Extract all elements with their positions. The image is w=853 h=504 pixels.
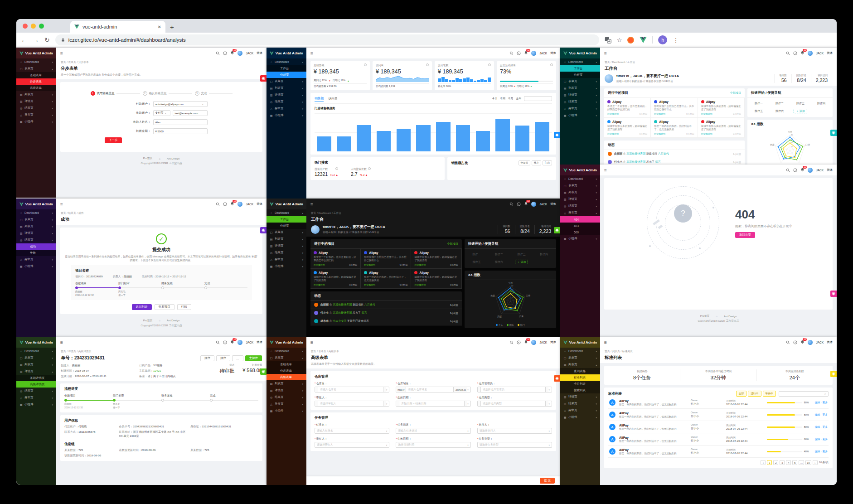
sidebar-item[interactable]: ○Dashboard▴: [267, 209, 306, 216]
project-card[interactable]: Alipay 那时候我只会想自己想要什么，从不想自己拥有什么 科学搬砖组9小时前: [651, 98, 698, 118]
sidebar-item[interactable]: △异常页▾: [267, 401, 306, 407]
list-row[interactable]: A AliPay那是一种内在的东西，他们到达不了，也无法触及的 Owner付小小…: [608, 421, 829, 433]
sidebar-item[interactable]: ◎结果页▾: [560, 203, 600, 209]
language-switch[interactable]: 简体: [550, 340, 556, 344]
back-home-button[interactable]: 返回首页: [735, 232, 755, 238]
payee-type-select[interactable]: 支付宝▾: [153, 110, 170, 116]
menu-fold-icon[interactable]: ≡: [310, 202, 313, 207]
footer-link[interactable]: Pro首页: [143, 319, 153, 323]
sidebar-item[interactable]: 卡片列表: [560, 381, 600, 387]
target-link[interactable]: 八月迭代: [364, 303, 375, 306]
sidebar-item[interactable]: ◎结果页▾: [267, 98, 306, 105]
project-group-link[interactable]: 科学搬砖组: [414, 263, 426, 266]
help-icon[interactable]: [793, 51, 797, 55]
help-icon[interactable]: [223, 51, 227, 55]
theme-settings-button[interactable]: [260, 368, 267, 375]
menu-fold-icon[interactable]: ≡: [310, 340, 313, 345]
menu-fold-icon[interactable]: ≡: [60, 340, 63, 345]
quick-op-link[interactable]: 操作一: [465, 251, 488, 258]
sidebar-item[interactable]: ▦小组件▾: [560, 112, 600, 119]
list-filter-button[interactable]: 等待中: [763, 391, 776, 397]
app-logo[interactable]: Vue Antd Admin: [16, 199, 56, 209]
sidebar-item[interactable]: ▤列表页▾: [16, 91, 56, 98]
sidebar-item[interactable]: ▦小组件▾: [267, 407, 306, 414]
sidebar-item[interactable]: ◎结果页▾: [16, 388, 56, 394]
row-actions[interactable]: 编辑 · 更多: [815, 450, 828, 454]
language-switch[interactable]: 简体: [550, 51, 556, 55]
sidebar-item[interactable]: ▢表单页▾: [16, 216, 56, 223]
prev-page-button[interactable]: ‹: [761, 460, 766, 465]
sidebar-item[interactable]: ▦小组件▾: [560, 414, 600, 421]
project-card[interactable]: Alipay 城镇中有那么多的酒馆，她却偏偏走进了我的酒馆 科学搬砖组9小时前: [698, 98, 745, 118]
theme-settings-button[interactable]: [830, 291, 837, 297]
row-actions[interactable]: 编辑 · 更多: [815, 413, 828, 417]
theme-settings-button[interactable]: [554, 375, 560, 382]
project-group-link[interactable]: 科学搬砖组: [701, 132, 712, 135]
next-step-button[interactable]: 下一步: [105, 137, 122, 143]
back-icon[interactable]: ←: [21, 36, 27, 44]
sidebar-item[interactable]: ◎结果页▾: [267, 394, 306, 401]
action-button[interactable]: 操作: [216, 355, 230, 361]
form-input[interactable]: http://请输入仓库域名.github.io▾: [396, 387, 470, 393]
date-range-picker[interactable]: [524, 96, 552, 101]
group-link[interactable]: 高逼格设计天团: [626, 160, 645, 163]
search-icon[interactable]: [509, 340, 514, 344]
app-logo[interactable]: Vue Antd Admin: [267, 48, 306, 58]
menu-fold-icon[interactable]: ≡: [60, 51, 63, 56]
view-project-button[interactable]: 查看项目: [155, 304, 174, 310]
project-card[interactable]: Alipay 城镇中有那么多的酒馆，她却偏偏走进了我的酒馆 科学搬砖组9小时前: [411, 249, 461, 269]
help-icon[interactable]: [223, 202, 227, 206]
quick-op-link[interactable]: 操作五: [748, 107, 769, 115]
form-input[interactable]: 请输入仓库名▾: [315, 387, 389, 393]
language-switch[interactable]: 简体: [827, 340, 833, 344]
form-input[interactable]: 请选择任务类型▾: [477, 442, 552, 448]
amount-input[interactable]: ¥ 5000: [153, 128, 208, 134]
reload-icon[interactable]: ↻: [44, 36, 50, 44]
quick-op-link[interactable]: 操作六: [488, 258, 510, 266]
legend-item[interactable]: 团队: [507, 324, 514, 326]
sidebar-item[interactable]: ▦小组件▾: [267, 112, 306, 119]
search-icon[interactable]: [216, 51, 220, 55]
footer-link[interactable]: Ant Design: [167, 157, 179, 160]
app-logo[interactable]: Vue Antd Admin: [16, 337, 56, 348]
help-icon[interactable]: [517, 202, 521, 206]
list-row[interactable]: A AliPay那是一种内在的东西，他们到达不了，也无法触及的 Owner付小小…: [608, 397, 829, 409]
sidebar-item[interactable]: △异常页▴: [560, 209, 600, 216]
action-button[interactable]: 操作: [200, 355, 214, 361]
user-avatar[interactable]: [237, 51, 242, 56]
all-projects-link[interactable]: 全部项目: [730, 91, 741, 95]
payer-account-select[interactable]: ant-design@alipay.com▾: [153, 101, 208, 107]
profile-avatar[interactable]: h: [658, 35, 667, 44]
language-switch[interactable]: 简体: [827, 51, 833, 55]
list-search-input[interactable]: ⌕: [779, 391, 829, 397]
sidebar-item[interactable]: ○Dashboard▾: [16, 348, 56, 354]
language-switch[interactable]: 简体: [827, 168, 833, 172]
help-icon[interactable]: [223, 340, 227, 344]
form-input[interactable]: 请输入任务名▾: [315, 428, 389, 434]
sidebar-item[interactable]: ▦小组件▾: [267, 263, 306, 270]
quick-op-link[interactable]: 操作一: [748, 100, 769, 107]
user-avatar[interactable]: [531, 202, 536, 207]
app-logo[interactable]: Vue Antd Admin: [267, 199, 306, 209]
sidebar-item[interactable]: 403: [560, 223, 600, 229]
sidebar-item[interactable]: 成功: [16, 243, 56, 250]
footer-link[interactable]: Ant Design: [724, 315, 737, 318]
tab-visits[interactable]: 访问量: [328, 96, 337, 102]
project-group-link[interactable]: 科学搬砖组: [314, 283, 325, 286]
sidebar-item[interactable]: 分析页: [560, 72, 600, 78]
sidebar-item[interactable]: 工作台: [267, 65, 306, 72]
search-icon[interactable]: [216, 340, 220, 344]
sidebar-item[interactable]: 工作台: [560, 65, 600, 72]
language-switch[interactable]: 简体: [257, 202, 262, 206]
project-card[interactable]: Alipay 那是一种内在的东西，他们到达不了，也无法触及的 科学搬砖组9小时前: [361, 269, 411, 289]
app-logo[interactable]: Vue Antd Admin: [560, 165, 600, 175]
sidebar-item[interactable]: 高级详情页: [16, 381, 56, 388]
footer-link[interactable]: Pro首页: [143, 156, 153, 160]
search-icon[interactable]: [509, 51, 514, 55]
search-icon[interactable]: [786, 168, 790, 172]
user-avatar[interactable]: [808, 340, 813, 345]
sidebar-item[interactable]: ○Dashboard▾: [16, 209, 56, 216]
next-page-button[interactable]: ›: [813, 460, 818, 465]
sidebar-item[interactable]: ▥详情页▾: [267, 92, 306, 98]
user-avatar[interactable]: [808, 51, 813, 56]
